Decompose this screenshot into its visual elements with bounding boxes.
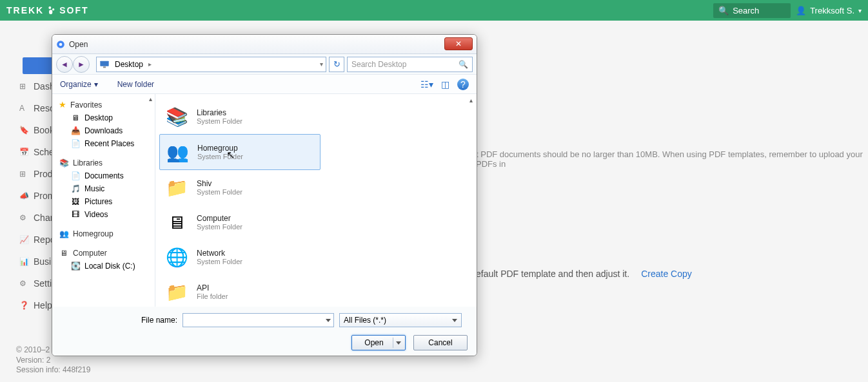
dialog-close-button[interactable]: ✕: [444, 37, 473, 50]
file-api[interactable]: 📁 APIFile folder: [159, 274, 321, 307]
dialog-title: Open: [69, 40, 88, 49]
nav-back-button[interactable]: ◄: [56, 56, 73, 73]
library-icon: 📚: [163, 103, 190, 130]
tree-libraries[interactable]: 📚Libraries: [55, 157, 152, 169]
footprint-icon: [46, 5, 57, 15]
dialog-search-input[interactable]: Search Desktop 🔍: [347, 57, 473, 72]
tree-homegroup[interactable]: 👥Homegroup: [55, 227, 152, 240]
tree-item-documents[interactable]: 📄Documents: [55, 169, 152, 182]
document-icon: 📄: [70, 171, 81, 180]
help-button[interactable]: ?: [457, 79, 469, 90]
logo: TREKK SOFT: [6, 5, 89, 15]
tree-computer[interactable]: 🖥Computer: [55, 247, 152, 260]
grid-icon: ⊞: [19, 82, 28, 91]
folder-icon: 📁: [163, 278, 190, 305]
svg-point-1: [52, 8, 54, 10]
open-button[interactable]: Open: [351, 335, 406, 350]
user-label: Trekksoft S.: [810, 6, 854, 15]
folder-tree: ▴ ★Favorites 🖥Desktop 📥Downloads 📄Recent…: [52, 94, 155, 307]
tree-item-downloads[interactable]: 📥Downloads: [55, 124, 152, 137]
close-icon: ✕: [455, 39, 462, 48]
chevron-down-icon: ▾: [858, 7, 862, 14]
chevron-down-icon[interactable]: ▾: [320, 61, 323, 68]
help-icon: ❓: [19, 301, 28, 310]
search-icon: 🔍: [459, 60, 468, 69]
chevron-down-icon: ▾: [94, 80, 98, 89]
tree-item-local-disk[interactable]: 💽Local Disk (C:): [55, 260, 152, 272]
filetype-select[interactable]: All Files (*.*): [339, 313, 462, 327]
file-list: ▴ 📚 LibrariesSystem Folder 👥 HomegroupSy…: [155, 94, 477, 307]
search-placeholder: Search Desktop: [351, 60, 406, 69]
tree-item-pictures[interactable]: 🖼Pictures: [55, 195, 152, 208]
letter-icon: A: [19, 104, 28, 113]
logo-text-left: TREKK: [6, 5, 44, 15]
search-placeholder: Search: [733, 6, 759, 15]
page-note: t PDF documents should be no larger than…: [476, 149, 868, 169]
refresh-button[interactable]: ↻: [329, 57, 344, 72]
breadcrumb-item: Desktop: [112, 60, 146, 69]
file-network[interactable]: 🌐 NetworkSystem Folder: [159, 240, 321, 274]
tree-favorites[interactable]: ★Favorites: [55, 98, 152, 111]
recent-icon: 📄: [70, 139, 81, 148]
preview-pane-button[interactable]: ◫: [441, 79, 449, 90]
file-open-dialog: Open ✕ ◄ ► Desktop ▸ ▾ ↻ Search Desktop …: [52, 34, 477, 356]
chevron-right-icon: ▸: [148, 61, 152, 68]
user-icon: 👤: [796, 6, 806, 15]
footer-version: Version: 2: [16, 356, 90, 366]
disk-icon: 💽: [70, 262, 81, 271]
tree-item-desktop[interactable]: 🖥Desktop: [55, 111, 152, 124]
file-shiv[interactable]: 📁 ShivSystem Folder: [159, 170, 321, 205]
file-homegroup[interactable]: 👥 HomegroupSystem Folder: [159, 134, 321, 170]
view-mode-button[interactable]: ☷▾: [420, 79, 433, 90]
template-hint: efault PDF template and then adjust it.: [476, 269, 629, 279]
homegroup-icon: 👥: [59, 229, 69, 238]
chart-icon: 📈: [19, 235, 28, 244]
star-icon: ★: [59, 100, 66, 110]
bar-icon: 📊: [19, 257, 28, 266]
gear-icon: ⚙: [19, 213, 28, 222]
user-folder-icon: 📁: [163, 174, 190, 201]
tree-item-recent[interactable]: 📄Recent Places: [55, 137, 152, 150]
topbar: TREKK SOFT 🔍 Search 👤 Trekksoft S. ▾: [0, 0, 868, 21]
gear-icon: ⚙: [19, 279, 28, 288]
desktop-icon: 🖥: [70, 113, 81, 122]
file-computer[interactable]: 🖥 ComputerSystem Folder: [159, 205, 321, 240]
music-icon: 🎵: [70, 184, 81, 193]
computer-icon: 🖥: [163, 209, 190, 236]
file-libraries[interactable]: 📚 LibrariesSystem Folder: [159, 99, 321, 134]
homegroup-icon: 👥: [164, 138, 191, 166]
global-search[interactable]: 🔍 Search: [713, 3, 791, 18]
svg-point-2: [49, 10, 52, 14]
search-icon: 🔍: [718, 6, 729, 15]
svg-point-0: [49, 6, 52, 9]
dialog-titlebar[interactable]: Open ✕: [52, 35, 477, 54]
video-icon: 🎞: [70, 210, 81, 219]
library-icon: 📚: [59, 158, 69, 167]
create-copy-link[interactable]: Create Copy: [641, 269, 692, 279]
megaphone-icon: 📣: [19, 191, 28, 200]
network-icon: 🌐: [163, 244, 190, 271]
grid-icon: ⊞: [19, 169, 28, 178]
breadcrumb[interactable]: Desktop ▸ ▾: [96, 57, 326, 72]
filename-label: File name:: [141, 316, 177, 325]
scroll-up-icon[interactable]: ▴: [149, 95, 152, 102]
filename-input[interactable]: [182, 313, 334, 327]
nav-forward-button[interactable]: ►: [73, 56, 90, 73]
user-menu[interactable]: 👤 Trekksoft S. ▾: [796, 6, 862, 15]
picture-icon: 🖼: [70, 197, 81, 206]
svg-rect-5: [100, 61, 108, 66]
logo-text-right: SOFT: [59, 5, 88, 15]
tree-item-videos[interactable]: 🎞Videos: [55, 208, 152, 221]
svg-rect-6: [103, 66, 106, 68]
calendar-icon: 📅: [19, 148, 28, 157]
computer-icon: 🖥: [59, 249, 69, 258]
chrome-icon: [56, 40, 65, 49]
organize-menu[interactable]: Organize▾: [60, 80, 98, 89]
tree-item-music[interactable]: 🎵Music: [55, 182, 152, 195]
cancel-button[interactable]: Cancel: [413, 335, 468, 350]
desktop-icon: [99, 60, 110, 69]
scroll-up-icon[interactable]: ▴: [469, 97, 473, 104]
new-folder-button[interactable]: New folder: [117, 80, 154, 89]
download-icon: 📥: [70, 126, 81, 135]
tag-icon: 🔖: [19, 126, 28, 135]
